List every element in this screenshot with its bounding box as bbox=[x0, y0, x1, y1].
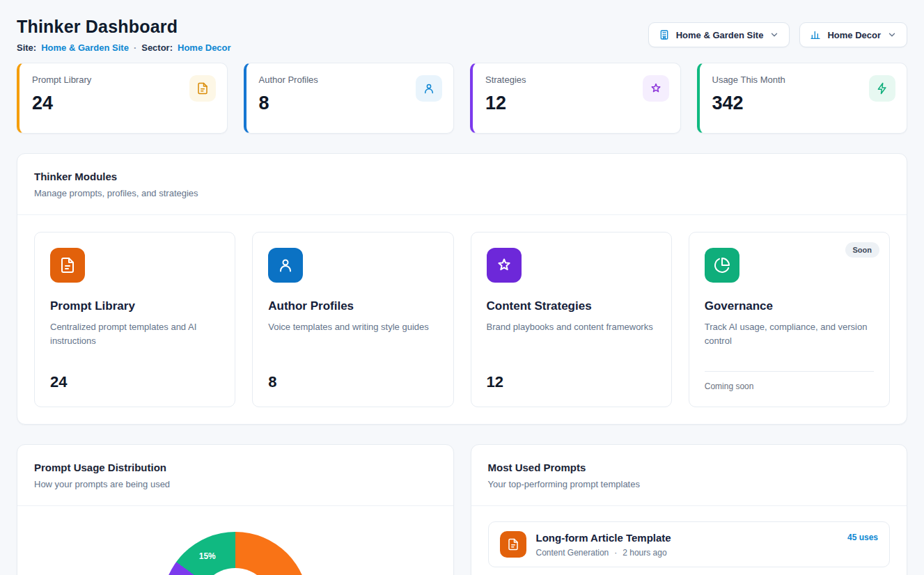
usage-donut-chart: 15% bbox=[162, 532, 308, 575]
module-card-governance[interactable]: Soon Governance Track AI usage, complian… bbox=[689, 232, 890, 407]
page-title: Thinker Dashboard bbox=[17, 17, 231, 37]
document-icon bbox=[50, 248, 85, 283]
modules-title: Thinker Modules bbox=[34, 171, 890, 182]
prompt-item-time: 2 hours ago bbox=[622, 548, 666, 558]
prompt-uses-badge: 45 uses bbox=[847, 533, 878, 542]
donut-slice-label: 15% bbox=[196, 551, 219, 561]
modules-grid: Prompt Library Centralized prompt templa… bbox=[17, 215, 907, 424]
stat-card-usage: Usage This Month 342 bbox=[697, 63, 908, 134]
stat-label: Usage This Month bbox=[712, 74, 895, 85]
stat-label: Author Profiles bbox=[259, 74, 441, 85]
header-left: Thinker Dashboard Site: Home & Garden Si… bbox=[17, 17, 231, 53]
stat-label: Prompt Library bbox=[32, 74, 214, 85]
chevron-down-icon bbox=[887, 30, 897, 40]
site-link[interactable]: Home & Garden Site bbox=[41, 42, 129, 53]
module-card-prompt-library[interactable]: Prompt Library Centralized prompt templa… bbox=[34, 232, 235, 407]
breadcrumb: Site: Home & Garden Site · Sector: Home … bbox=[17, 42, 231, 53]
user-icon bbox=[416, 75, 442, 102]
soon-badge: Soon bbox=[845, 242, 880, 258]
prompt-item-text: Long-form Article Template Content Gener… bbox=[536, 532, 671, 558]
prompt-meta-separator: · bbox=[614, 548, 617, 558]
stat-card-prompt-library: Prompt Library 24 bbox=[17, 63, 228, 134]
meta-separator: · bbox=[134, 42, 136, 53]
prompt-item-title: Long-form Article Template bbox=[536, 532, 671, 544]
prompts-card-title: Most Used Prompts bbox=[488, 462, 891, 473]
prompts-card-subtitle: Your top-performing prompt templates bbox=[488, 479, 891, 489]
donut-hole bbox=[198, 568, 272, 575]
star-icon bbox=[487, 248, 522, 283]
module-description: Centralized prompt templates and AI inst… bbox=[50, 320, 219, 348]
sector-label: Sector: bbox=[141, 42, 173, 53]
chevron-down-icon bbox=[769, 30, 779, 40]
site-selector-value: Home & Garden Site bbox=[676, 30, 764, 40]
stat-value: 342 bbox=[712, 93, 895, 114]
modules-panel-header: Thinker Modules Manage prompts, profiles… bbox=[17, 154, 907, 215]
stat-label: Strategies bbox=[485, 74, 668, 85]
stat-value: 24 bbox=[32, 93, 214, 114]
module-count: 24 bbox=[50, 362, 219, 391]
stat-value: 12 bbox=[485, 93, 668, 114]
module-count: 12 bbox=[487, 362, 656, 391]
prompt-item-category: Content Generation bbox=[536, 548, 609, 558]
usage-chart-body: 15% bbox=[17, 506, 453, 575]
stats-row: Prompt Library 24 Author Profiles 8 Stra… bbox=[17, 63, 907, 134]
document-icon bbox=[189, 75, 216, 102]
dashboard-page: Thinker Dashboard Site: Home & Garden Si… bbox=[0, 0, 924, 575]
stat-card-author-profiles: Author Profiles 8 bbox=[244, 63, 455, 134]
stat-value: 8 bbox=[259, 93, 441, 114]
bottom-row: Prompt Usage Distribution How your promp… bbox=[17, 444, 907, 575]
page-header: Thinker Dashboard Site: Home & Garden Si… bbox=[17, 17, 907, 53]
usage-distribution-card: Prompt Usage Distribution How your promp… bbox=[17, 444, 454, 575]
module-description: Brand playbooks and content frameworks bbox=[487, 320, 656, 334]
module-card-content-strategies[interactable]: Content Strategies Brand playbooks and c… bbox=[471, 232, 672, 407]
prompt-item-meta: Content Generation · 2 hours ago bbox=[536, 548, 671, 558]
document-icon bbox=[500, 531, 526, 558]
star-icon bbox=[643, 75, 669, 102]
module-coming-soon: Coming soon bbox=[705, 371, 874, 391]
module-title: Author Profiles bbox=[268, 299, 437, 313]
sector-link[interactable]: Home Decor bbox=[178, 42, 231, 53]
modules-subtitle: Manage prompts, profiles, and strategies bbox=[34, 188, 890, 198]
module-description: Track AI usage, compliance, and version … bbox=[705, 320, 874, 348]
pie-chart-icon bbox=[705, 248, 739, 283]
prompts-list: Long-form Article Template Content Gener… bbox=[471, 506, 907, 575]
module-title: Content Strategies bbox=[487, 299, 656, 313]
site-label: Site: bbox=[17, 42, 36, 53]
module-description: Voice templates and writing style guides bbox=[268, 320, 437, 334]
prompts-card-header: Most Used Prompts Your top-performing pr… bbox=[471, 445, 907, 506]
sector-selector-value: Home Decor bbox=[827, 30, 881, 40]
module-title: Governance bbox=[705, 299, 874, 313]
module-title: Prompt Library bbox=[50, 299, 219, 313]
usage-card-header: Prompt Usage Distribution How your promp… bbox=[17, 445, 453, 506]
sector-selector-dropdown[interactable]: Home Decor bbox=[799, 22, 907, 47]
module-card-author-profiles[interactable]: Author Profiles Voice templates and writ… bbox=[252, 232, 453, 407]
prompt-list-item[interactable]: Long-form Article Template Content Gener… bbox=[488, 521, 891, 567]
site-selector-dropdown[interactable]: Home & Garden Site bbox=[648, 22, 790, 47]
usage-card-title: Prompt Usage Distribution bbox=[34, 462, 437, 473]
thinker-modules-panel: Thinker Modules Manage prompts, profiles… bbox=[17, 153, 907, 425]
user-icon bbox=[268, 248, 303, 283]
most-used-prompts-card: Most Used Prompts Your top-performing pr… bbox=[471, 444, 908, 575]
usage-card-subtitle: How your prompts are being used bbox=[34, 479, 437, 489]
header-selectors: Home & Garden Site Home Decor bbox=[648, 22, 907, 47]
building-icon bbox=[659, 29, 670, 40]
stat-card-strategies: Strategies 12 bbox=[470, 63, 681, 134]
bar-chart-icon bbox=[810, 29, 821, 40]
module-count: 8 bbox=[268, 362, 437, 391]
bolt-icon bbox=[869, 75, 895, 102]
